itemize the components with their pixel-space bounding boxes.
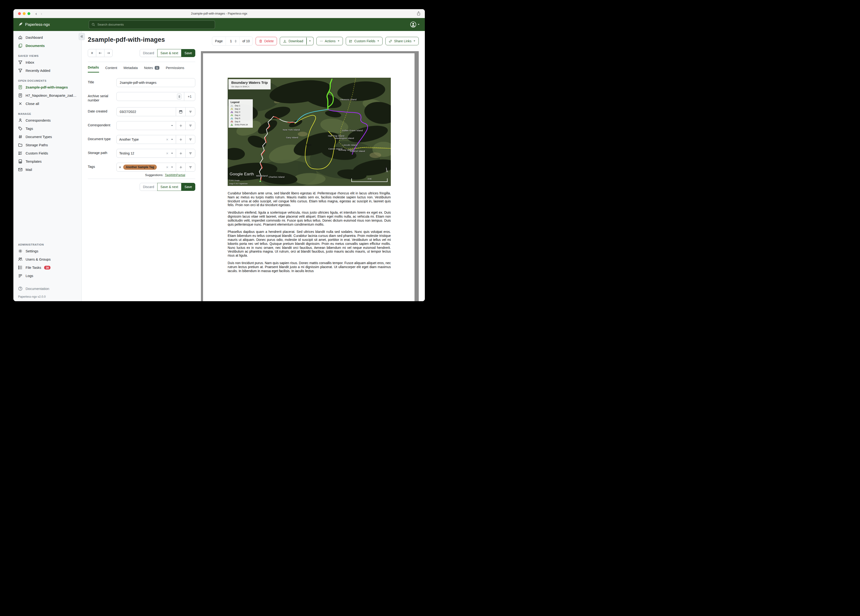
zoom-window-button[interactable] [27, 12, 30, 15]
sidebar-item-logs[interactable]: Logs [13, 272, 82, 280]
date-filter-button[interactable] [185, 107, 195, 116]
custom-fields-button[interactable]: Custom Fields [346, 37, 383, 45]
clear-icon[interactable]: ✕ [166, 152, 168, 155]
chevron-down-icon [309, 40, 311, 42]
save-button-bottom[interactable]: Save [181, 183, 195, 191]
asn-stepper[interactable] [177, 93, 181, 99]
save-button[interactable]: Save [181, 49, 195, 57]
close-document-button[interactable]: ✕ [88, 49, 96, 57]
template-icon [18, 159, 22, 163]
sidebar-item-dashboard[interactable]: Dashboard [13, 33, 82, 42]
close-window-button[interactable] [18, 12, 21, 15]
date-created-input[interactable] [119, 110, 173, 114]
tag-chip[interactable]: Another Sample Tag [123, 165, 157, 170]
sidebar-item-document-types[interactable]: Document Types [13, 133, 82, 141]
sidebar-item-users-groups[interactable]: Users & Groups [13, 255, 82, 263]
filter-icon [189, 138, 192, 141]
browser-forward-button[interactable]: › [41, 11, 42, 16]
app-brand[interactable]: Paperless-ngx [18, 22, 50, 27]
correspondent-add-button[interactable] [176, 121, 185, 130]
search-input[interactable] [97, 22, 212, 27]
minimize-window-button[interactable] [23, 12, 25, 15]
previous-document-button[interactable] [96, 49, 104, 57]
funnel-icon [18, 68, 22, 73]
sidebar-item-mail[interactable]: Mail [13, 165, 82, 174]
share-icon[interactable] [417, 11, 421, 16]
sidebar-section: MANAGECorrespondentsTagsDocument TypesSt… [13, 108, 82, 174]
correspondent-filter-button[interactable] [185, 121, 195, 130]
sidebar-item-documentation[interactable]: Documentation [13, 284, 82, 293]
suggestion-link-tagwithpartial[interactable]: TagWithPartial [165, 173, 185, 177]
page-stepper[interactable] [235, 40, 237, 42]
sidebar-item-settings[interactable]: Settings [13, 247, 82, 255]
sidebar-item-file-tasks[interactable]: File Tasks16 [13, 263, 82, 272]
user-menu[interactable] [410, 21, 420, 28]
document-type-select[interactable]: Another Type ✕ [117, 135, 176, 144]
document-tabs: Details Content Metadata Notes1 Permissi… [88, 62, 195, 72]
actions-button[interactable]: Actions [316, 37, 343, 45]
save-next-button[interactable]: Save & next [157, 49, 182, 57]
sidebar-item-open-document-h7-napoleon[interactable]: H7_Napoleon_Bonaparte_zadanie [13, 91, 82, 99]
tags-select[interactable]: ✕ Another Sample Tag ✕ [117, 163, 176, 171]
next-document-button[interactable] [104, 49, 113, 57]
sidebar-item-label: Documents [25, 44, 45, 48]
tab-permissions[interactable]: Permissions [166, 66, 184, 72]
document-preview-panel[interactable]: Boundary Waters Trip Six days in BWCA Le… [201, 51, 419, 301]
browser-back-button[interactable]: ‹ [35, 11, 37, 16]
route-dots-icon [231, 120, 233, 123]
notes-count-badge: 1 [155, 66, 159, 70]
sidebar-item-storage-paths[interactable]: Storage Paths [13, 141, 82, 149]
tab-content[interactable]: Content [105, 66, 117, 72]
tags-filter-button[interactable] [185, 163, 195, 171]
correspondent-select[interactable] [117, 121, 176, 130]
sidebar-item-documents[interactable]: Documents [13, 42, 82, 50]
google-earth-logo: Google Earth [229, 172, 254, 176]
clear-icon[interactable]: ✕ [166, 138, 168, 141]
page-count-label: of 10 [239, 37, 253, 45]
asn-plus-one-button[interactable]: +1 [184, 92, 195, 101]
download-menu-button[interactable] [306, 37, 314, 45]
legend-item: Day 1 [231, 104, 251, 107]
sidebar-item-templates[interactable]: Templates [13, 157, 82, 165]
document-type-add-button[interactable] [176, 135, 185, 144]
mail-icon [18, 167, 22, 172]
map-label: Half Dog Island [328, 134, 344, 137]
x-icon [18, 101, 22, 106]
download-button[interactable]: Download [280, 37, 306, 45]
share-links-button[interactable]: Share Links [385, 37, 419, 45]
sidebar-collapse-button[interactable] [78, 33, 85, 40]
discard-button-bottom[interactable]: Discard [140, 183, 157, 191]
sidebar-item-open-document-2sample-pdf-with-images[interactable]: 2sample-pdf-with-images [13, 83, 82, 91]
delete-button[interactable]: Delete [256, 37, 277, 45]
map-title: Boundary Waters Trip [231, 80, 268, 85]
sidebar-item-inbox[interactable]: Inbox [13, 58, 82, 66]
save-next-button-bottom[interactable]: Save & next [157, 183, 182, 191]
sidebar-item-recently-added[interactable]: Recently Added [13, 66, 82, 75]
storage-path-filter-button[interactable] [185, 149, 195, 157]
tab-metadata[interactable]: Metadata [124, 66, 138, 72]
storage-path-add-button[interactable] [176, 149, 185, 157]
asn-input[interactable] [119, 94, 175, 99]
person-icon [18, 118, 22, 123]
sidebar-item-close-all[interactable]: Close all [13, 99, 82, 108]
document-type-filter-button[interactable] [185, 135, 195, 144]
clear-icon[interactable]: ✕ [166, 165, 168, 169]
sidebar-item-tags[interactable]: Tags [13, 124, 82, 133]
page-number-input[interactable] [229, 39, 233, 43]
tags-add-button[interactable] [176, 163, 185, 171]
filter-icon [189, 165, 192, 169]
remove-tag-icon[interactable]: ✕ [119, 165, 121, 169]
filter-icon [189, 152, 192, 155]
tab-notes[interactable]: Notes1 [144, 66, 159, 72]
search-bar[interactable] [89, 20, 215, 29]
sidebar-item-custom-fields[interactable]: Custom Fields [13, 149, 82, 157]
title-input[interactable] [119, 80, 193, 85]
tab-details[interactable]: Details [88, 66, 99, 72]
content-area: 2sample-pdf-with-images ✕ D [82, 31, 425, 301]
sidebar-item-label: Document Types [25, 135, 52, 139]
date-picker-button[interactable] [176, 107, 185, 116]
file-icon [18, 85, 22, 90]
sidebar-item-correspondents[interactable]: Correspondents [13, 116, 82, 124]
discard-button[interactable]: Discard [140, 49, 157, 57]
storage-path-select[interactable]: Testing 12 ✕ [117, 149, 176, 157]
